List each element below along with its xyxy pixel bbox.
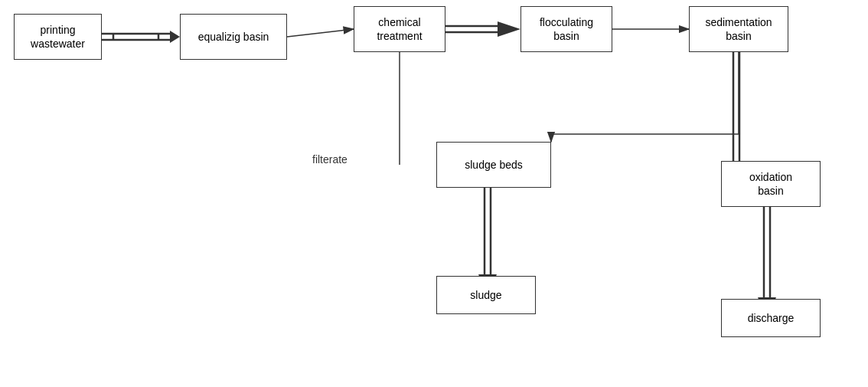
flocculating-basin-box: flocculating basin <box>520 6 612 52</box>
discharge-box: discharge <box>721 299 821 337</box>
chemical-treatment-box: chemical treatment <box>354 6 445 52</box>
filterate-label: filterate <box>312 153 348 166</box>
svg-marker-10 <box>170 31 180 43</box>
sludge-beds-box: sludge beds <box>436 142 551 188</box>
svg-line-11 <box>287 29 354 37</box>
equalizing-basin-box: equalizig basin <box>180 14 287 60</box>
printing-wastewater-box: printing wastewater <box>14 14 102 60</box>
svg-marker-14 <box>498 21 520 37</box>
oxidation-basin-box: oxidation basin <box>721 161 821 207</box>
flowchart-diagram: printing wastewater equalizig basin chem… <box>0 0 868 387</box>
sludge-box: sludge <box>436 276 536 314</box>
sedimentation-basin-box: sedimentation basin <box>689 6 788 52</box>
